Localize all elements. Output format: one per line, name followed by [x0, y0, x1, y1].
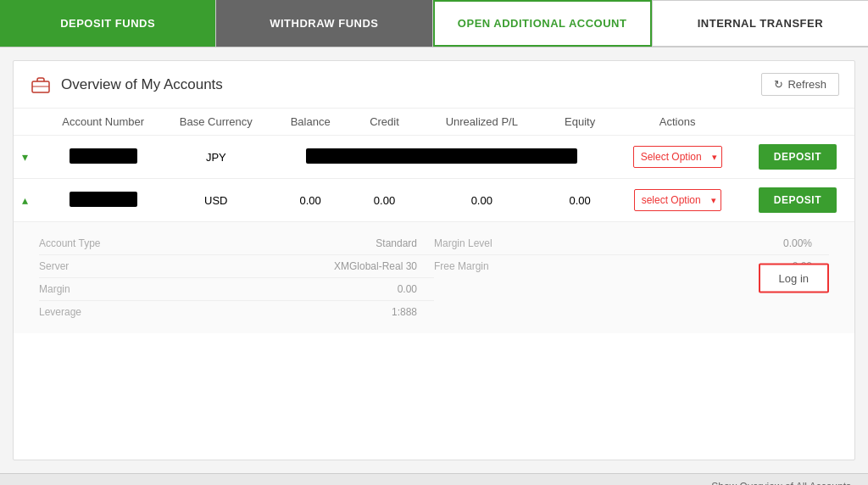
leverage-row: Leverage 1:888: [39, 301, 434, 323]
row2-deposit-cell: DEPOSIT: [741, 179, 854, 222]
refresh-label: Refresh: [787, 78, 826, 91]
login-btn-container: Log in: [759, 263, 829, 293]
account-type-value: Standard: [376, 237, 417, 249]
row2-account-number: [44, 179, 163, 222]
row2-expand-button[interactable]: ▴: [22, 193, 28, 207]
refresh-icon: ↻: [774, 78, 783, 91]
table-row: ▴ USD 0.00 0.00 0.00 0.00: [14, 179, 854, 222]
panel-title-text: Overview of My Accounts: [61, 76, 223, 93]
open-account-button[interactable]: OPEN ADDITIONAL ACCOUNT: [433, 0, 652, 47]
row1-deposit-button[interactable]: DEPOSIT: [759, 144, 837, 170]
row2-balance: 0.00: [270, 179, 351, 222]
col-deposit: [741, 109, 854, 136]
accounts-panel: Overview of My Accounts ↻ Refresh Accoun…: [13, 60, 855, 460]
refresh-button[interactable]: ↻ Refresh: [761, 73, 839, 96]
server-label: Server: [39, 260, 69, 272]
sub-row-content-cell: Account Type Standard Server XMGlobal-Re…: [14, 222, 854, 334]
sub-left-col: Account Type Standard Server XMGlobal-Re…: [39, 232, 434, 323]
col-credit: Credit: [351, 109, 417, 136]
internal-transfer-button[interactable]: INTERNAL TRANSFER: [652, 0, 868, 47]
row1-balance-masked: [270, 136, 614, 179]
col-base-currency: Base Currency: [162, 109, 270, 136]
row2-unrealized-pl: 0.00: [418, 179, 546, 222]
row1-select-wrapper: Select Option: [633, 146, 722, 168]
row2-chevron-cell: ▴: [14, 179, 44, 222]
row1-balance-mask: [306, 148, 577, 164]
table-header-row: Account Number Base Currency Balance Cre…: [14, 109, 854, 136]
account-type-label: Account Type: [39, 237, 101, 249]
row2-currency: USD: [162, 179, 270, 222]
col-account-number-label: Account Number: [44, 109, 163, 136]
leverage-value: 1:888: [392, 306, 417, 318]
briefcase-icon: [29, 75, 53, 94]
row1-chevron-cell: ▾: [14, 136, 44, 179]
row1-expand-button[interactable]: ▾: [22, 150, 28, 164]
accounts-table-wrap: Account Number Base Currency Balance Cre…: [14, 109, 854, 460]
main-content: Overview of My Accounts ↻ Refresh Accoun…: [0, 47, 868, 473]
row2-credit: 0.00: [351, 179, 417, 222]
margin-level-value: 0.00%: [783, 237, 812, 249]
login-button[interactable]: Log in: [759, 263, 829, 293]
accounts-table: Account Number Base Currency Balance Cre…: [14, 109, 854, 333]
account-type-row: Account Type Standard: [39, 232, 434, 255]
table-row: ▾ JPY Select Option: [14, 136, 854, 179]
footer-label: Show Overview of All Accounts: [711, 481, 851, 485]
row1-currency: JPY: [162, 136, 270, 179]
footer: Show Overview of All Accounts: [0, 473, 868, 485]
col-actions: Actions: [614, 109, 740, 136]
sub-row-expanded: Account Type Standard Server XMGlobal-Re…: [14, 222, 854, 334]
panel-header: Overview of My Accounts ↻ Refresh: [14, 61, 854, 109]
row1-account-mask: [70, 148, 137, 164]
col-unrealized-pl: Unrealized P/L: [418, 109, 546, 136]
row1-select-option[interactable]: Select Option: [633, 146, 722, 168]
sub-row-content: Account Type Standard Server XMGlobal-Re…: [14, 222, 854, 333]
margin-level-label: Margin Level: [434, 237, 492, 249]
row1-actions: Select Option: [614, 136, 740, 179]
margin-level-row: Margin Level 0.00%: [434, 232, 829, 255]
server-value: XMGlobal-Real 30: [334, 260, 417, 272]
row2-actions: select Option: [614, 179, 740, 222]
row2-account-mask: [70, 192, 137, 207]
leverage-label: Leverage: [39, 306, 81, 318]
withdraw-funds-button[interactable]: WITHDRAW FUNDS: [216, 0, 432, 47]
panel-title: Overview of My Accounts: [29, 75, 223, 94]
col-balance: Balance: [270, 109, 351, 136]
row2-deposit-button[interactable]: DEPOSIT: [759, 187, 837, 213]
deposit-funds-button[interactable]: DEPOSIT FUNDS: [0, 0, 216, 47]
row1-account-number: [44, 136, 163, 179]
row2-select-wrapper: select Option: [634, 189, 721, 211]
row2-select-option[interactable]: select Option: [634, 189, 721, 211]
col-account-number: [14, 109, 44, 136]
top-navigation: DEPOSIT FUNDS WITHDRAW FUNDS OPEN ADDITI…: [0, 0, 868, 47]
margin-value: 0.00: [398, 283, 417, 295]
col-equity: Equity: [546, 109, 615, 136]
margin-label: Margin: [39, 283, 70, 295]
server-row: Server XMGlobal-Real 30: [39, 255, 434, 278]
margin-row: Margin 0.00: [39, 278, 434, 301]
free-margin-label: Free Margin: [434, 260, 489, 272]
row2-equity: 0.00: [546, 179, 615, 222]
row1-deposit-cell: DEPOSIT: [741, 136, 854, 179]
